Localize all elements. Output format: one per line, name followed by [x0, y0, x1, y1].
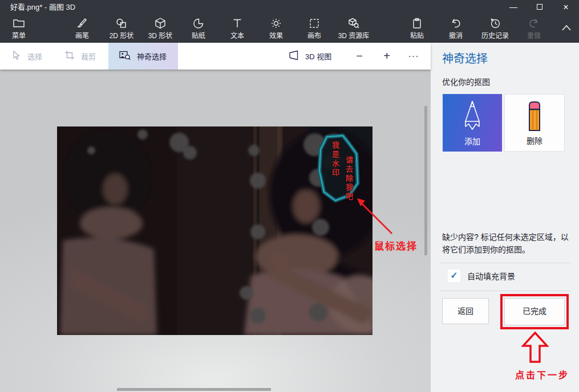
autofill-background-checkbox-row[interactable]: ✓ 自动填充背景 [448, 269, 515, 283]
minimize-icon: — [509, 2, 517, 11]
magic-select-tool-active[interactable]: 神奇选择 [108, 43, 178, 70]
pencil-icon [443, 100, 502, 132]
crop-tool[interactable]: 裁剪 [64, 43, 96, 70]
add-button[interactable]: 添加 [443, 94, 502, 152]
zoom-out-button[interactable]: − [350, 43, 369, 70]
missing-content-hint: 缺少内容? 标记任何未选定区域，以将它们添加到你的抠图。 [442, 231, 570, 256]
remove-button[interactable]: 删除 [504, 94, 565, 152]
crop-icon [64, 50, 75, 63]
title-bar: 好看.png* - 画图 3D — × [0, 0, 579, 14]
autofill-label: 自动填充背景 [467, 270, 515, 281]
watermark-text-2: 请去除我吧 [343, 156, 354, 209]
horizontal-scrollbar[interactable] [117, 388, 271, 391]
paint3d-window: 好看.png* - 画图 3D — × 菜单 画笔 [0, 0, 579, 392]
panel-divider [439, 263, 570, 263]
vertical-scrollbar[interactable] [424, 106, 427, 255]
click-next-annotation: 点击下一步 [515, 368, 569, 381]
cursor-icon [10, 50, 22, 63]
eraser-icon [505, 100, 564, 133]
selection-toolbar: 选择 裁剪 神奇选择 3D 视图 [0, 43, 431, 70]
main-toolbar: 菜单 画笔 2D 形状 3D 形状 贴纸 [0, 14, 579, 43]
maximize-icon [537, 4, 542, 10]
minimize-button[interactable]: — [500, 0, 527, 14]
up-arrow-annotation [521, 332, 549, 364]
3d-view-icon [288, 50, 299, 63]
3d-library-icon [330, 17, 378, 30]
refine-cutout-label: 优化你的抠图 [442, 76, 490, 87]
maximize-button[interactable] [527, 0, 553, 14]
3d-view-button[interactable]: 3D 视图 [288, 43, 331, 70]
done-button[interactable]: 已完成 [504, 298, 565, 325]
select-tool[interactable]: 选择 [10, 43, 42, 70]
more-options-button[interactable]: ··· [404, 43, 423, 70]
close-icon: × [563, 2, 568, 12]
chevron-up-icon [542, 22, 579, 35]
menu-folder-icon [0, 17, 43, 30]
toolbar-item-3d-library[interactable]: 3D 资源库 [330, 17, 378, 40]
back-button[interactable]: 返回 [442, 298, 489, 324]
checkbox-checked-icon[interactable]: ✓ [448, 270, 460, 282]
panel-divider [439, 291, 570, 291]
photo-artwork [57, 126, 372, 335]
zoom-in-button[interactable]: + [377, 43, 396, 70]
watermark-text-1: 我是水印 [330, 141, 341, 186]
close-button[interactable]: × [553, 0, 579, 14]
panel-title: 神奇选择 [442, 50, 488, 66]
magic-select-icon [119, 50, 131, 63]
toolbar-item-menu[interactable]: 菜单 [0, 17, 43, 40]
canvas-workspace: 我是水印 请去除我吧 鼠标选择 [0, 70, 431, 392]
magic-select-panel: 神奇选择 优化你的抠图 添加 [431, 43, 579, 392]
mouse-select-annotation: 鼠标选择 [374, 238, 418, 252]
photo-canvas[interactable]: 我是水印 请去除我吧 [57, 126, 372, 335]
toolbar-collapse-button[interactable] [542, 22, 579, 35]
window-title: 好看.png* - 画图 3D [10, 0, 75, 14]
